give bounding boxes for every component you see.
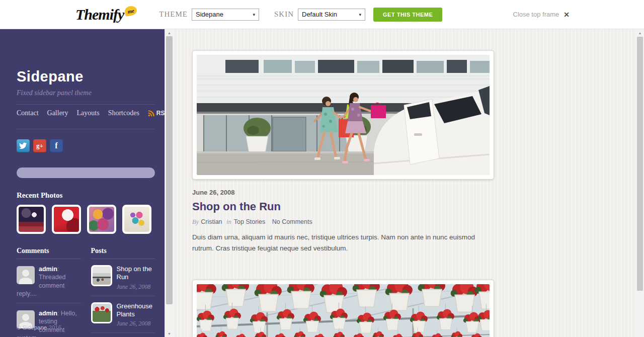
get-this-theme-button[interactable]: GET THIS THEME [373,8,442,22]
post-featured-image[interactable] [192,50,494,180]
scroll-up-icon[interactable]: ▲ [636,29,644,36]
google-plus-icon[interactable]: g+ [33,139,46,152]
skin-select-group: SKIN Default Skin ▾ [274,9,365,21]
top-frame-bar: Themify me THEME Sidepane ▾ SKIN Default… [0,0,644,29]
theme-select-value: Sidepane [196,11,223,18]
post-article: June 26, 2008 Shop on the Run ByCristian… [192,50,636,255]
comments-widget: Comments admin: Threaded comment reply..… [17,247,81,337]
post-date: June 26, 2008 [192,189,636,196]
rss-label: RSS [156,110,165,117]
chevron-down-icon: ▾ [253,12,255,17]
comment-author[interactable]: admin [39,310,57,317]
themify-logo[interactable]: Themify me [75,7,137,22]
divider [17,129,155,129]
photo-thumbnail[interactable] [122,205,151,234]
twitter-icon[interactable] [17,139,30,152]
photo-thumbnail[interactable] [87,205,116,234]
scroll-up-icon[interactable]: ▲ [165,29,174,36]
in-label: in [226,218,231,225]
main-content: June 26, 2008 Shop on the Run ByCristian… [174,29,636,337]
comment-item[interactable]: admin: Threaded comment reply.... [17,259,81,303]
theme-select-group: THEME Sidepane ▾ [159,9,259,21]
twitter-bird-icon [19,142,27,149]
chevron-down-icon: ▾ [359,12,361,17]
themify-logo-badge-icon: me [124,5,138,17]
avatar [17,266,35,284]
post-thumbnail [91,302,112,323]
sidebar-scrollbar[interactable]: ▲ ▼ [165,29,174,337]
skin-label: SKIN [274,10,294,19]
post-list-item[interactable]: Morning News June 26, 2008 [91,333,155,337]
site-tagline: Fixed sidebar panel theme [17,89,155,97]
scrollbar-thumb[interactable] [166,36,173,304]
scroll-down-icon[interactable]: ▼ [165,330,174,337]
sidebar-footer: © Sidepane 2016 [17,324,61,330]
recent-photos [17,205,155,234]
search-input[interactable] [17,167,155,178]
post-meta: ByCristian inTop Stories No Comments [192,218,636,226]
post-list-item[interactable]: Shop on the Run June 26, 2008 [91,259,155,296]
by-label: By [192,218,199,225]
social-icons: g+ f [17,139,155,152]
post-thumbnail [91,265,112,286]
page-scrollbar[interactable]: ▲ [636,29,644,337]
post-excerpt: Duis diam urna, aliquam id mauris nec, t… [192,232,494,255]
author-link[interactable]: Cristian [201,218,222,225]
category-link[interactable]: Top Stories [234,218,266,225]
themify-logo-text: Themify [75,7,124,22]
site-title[interactable]: Sidepane [17,68,155,85]
comments-link[interactable]: No Comments [272,218,312,225]
close-top-frame-button[interactable]: Close top frame ✕ [513,11,570,19]
skin-select-value: Default Skin [302,11,337,18]
sidebar: Sidepane Fixed sidebar panel theme Conta… [0,29,165,337]
post-title[interactable]: Shop on the Run [192,200,636,213]
posts-widget: Posts Shop on the Run June 26, 2008 Gree… [91,247,155,337]
photo-thumbnail[interactable] [17,205,46,234]
copyright-text: © Sidepane [17,324,47,330]
sidebar-columns: Comments admin: Threaded comment reply..… [17,247,155,337]
posts-title: Posts [91,247,155,259]
theme-label: THEME [159,10,188,19]
sidebar-nav: Contact Gallery Layouts Shortcodes RSS [17,105,155,122]
comment-item[interactable]: admin: Hello, testing comment system.... [17,303,81,337]
skin-select[interactable]: Default Skin ▾ [298,9,365,21]
person-icon [17,266,35,284]
facebook-icon[interactable]: f [50,139,63,152]
theme-select[interactable]: Sidepane ▾ [192,9,259,21]
page: Themify me THEME Sidepane ▾ SKIN Default… [0,0,644,337]
recent-photos-title: Recent Photos [17,191,155,200]
demo-viewport: Sidepane Fixed sidebar panel theme Conta… [0,29,644,337]
shop-on-the-run-photo [197,55,490,175]
nav-item-shortcodes[interactable]: Shortcodes [108,109,139,117]
close-icon: ✕ [564,11,570,19]
nav-item-layouts[interactable]: Layouts [77,109,100,117]
close-top-frame-label: Close top frame [513,11,559,18]
post-list-item[interactable]: Greenhouse Plants June 26, 2008 [91,296,155,333]
copyright-year: 2016 [48,324,61,330]
post-featured-image[interactable] [192,280,494,337]
nav-item-gallery[interactable]: Gallery [47,109,68,117]
rss-link[interactable]: RSS [148,110,165,117]
photo-thumbnail[interactable] [52,205,81,234]
nav-item-contact[interactable]: Contact [17,109,39,117]
rss-icon [148,110,154,117]
comment-author[interactable]: admin [39,266,57,273]
greenhouse-photo [197,284,490,337]
comments-title: Comments [17,247,81,259]
post-article [192,280,636,337]
scrollbar-thumb[interactable] [637,37,643,291]
